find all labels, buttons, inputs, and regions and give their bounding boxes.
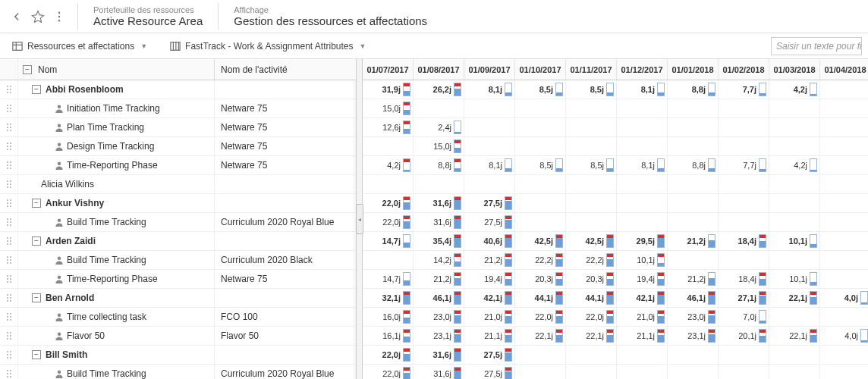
value-cell[interactable]: 22,0j <box>363 213 414 231</box>
value-cell[interactable]: 22,1j <box>769 327 820 345</box>
value-cell[interactable] <box>769 346 820 364</box>
row-drag-handle[interactable] <box>0 232 18 250</box>
column-header-date[interactable]: 01/09/2017 <box>464 59 515 80</box>
more-menu-button[interactable] <box>49 6 70 27</box>
value-cell[interactable] <box>668 251 719 269</box>
row-drag-handle[interactable] <box>0 99 18 117</box>
value-cell[interactable] <box>617 346 668 364</box>
value-cell[interactable] <box>719 175 769 193</box>
value-cell[interactable]: 8,5j <box>515 156 566 174</box>
name-cell[interactable]: Time collecting task <box>18 308 215 326</box>
value-cell[interactable]: 29,5j <box>617 232 668 250</box>
activity-cell[interactable]: Netware 75 <box>215 156 356 174</box>
value-cell[interactable] <box>515 99 566 117</box>
value-cell[interactable] <box>769 99 820 117</box>
value-cell[interactable]: 23,1j <box>668 327 719 345</box>
name-cell[interactable]: Build Time Tracking <box>18 213 215 231</box>
value-cell[interactable] <box>769 251 820 269</box>
column-header-date[interactable]: 01/10/2017 <box>515 59 566 80</box>
activity-cell[interactable]: Netware 75 <box>215 137 356 155</box>
value-cell[interactable]: 21,0j <box>617 308 668 326</box>
name-cell[interactable]: −Ankur Vishny <box>18 194 215 212</box>
value-cell[interactable] <box>668 346 719 364</box>
value-cell[interactable] <box>617 137 668 155</box>
value-cell[interactable] <box>668 175 719 193</box>
value-cell[interactable]: 20,3j <box>515 270 566 288</box>
value-cell[interactable]: 31,6j <box>414 213 464 231</box>
value-cell[interactable] <box>363 137 414 155</box>
column-header-date[interactable]: 01/11/2017 <box>566 59 617 80</box>
value-cell[interactable]: 8,1j <box>617 156 668 174</box>
value-cell[interactable]: 46,1j <box>414 289 464 307</box>
value-cell[interactable]: 8,5j <box>566 156 617 174</box>
value-cell[interactable] <box>464 175 515 193</box>
value-cell[interactable]: 32,1j <box>363 289 414 307</box>
value-cell[interactable] <box>363 251 414 269</box>
value-cell[interactable] <box>515 365 566 379</box>
value-cell[interactable] <box>719 194 769 212</box>
value-cell[interactable] <box>566 137 617 155</box>
column-header-date[interactable]: 01/07/2017 <box>363 59 414 80</box>
value-cell[interactable] <box>668 365 719 379</box>
row-drag-handle[interactable] <box>0 194 18 212</box>
value-cell[interactable] <box>617 99 668 117</box>
value-cell[interactable] <box>464 118 515 136</box>
favorite-button[interactable] <box>27 6 49 27</box>
value-cell[interactable]: 8,1j <box>617 80 668 99</box>
value-cell[interactable]: 22,0j <box>515 308 566 326</box>
value-cell[interactable]: 10,1j <box>769 270 820 288</box>
value-cell[interactable]: 27,5j <box>464 365 515 379</box>
value-cell[interactable]: 42,1j <box>464 289 515 307</box>
name-cell[interactable]: Alicia Wilkins <box>18 175 215 193</box>
value-cell[interactable]: 8,8j <box>668 80 719 99</box>
value-cell[interactable] <box>820 80 868 99</box>
value-cell[interactable] <box>515 137 566 155</box>
value-cell[interactable] <box>515 213 566 231</box>
value-cell[interactable] <box>769 118 820 136</box>
value-cell[interactable]: 42,1j <box>617 289 668 307</box>
name-cell[interactable]: Design Time Tracking <box>18 137 215 155</box>
activity-cell[interactable]: FCO 100 <box>215 308 356 326</box>
value-cell[interactable]: 8,8j <box>414 156 464 174</box>
value-cell[interactable]: 21,1j <box>617 327 668 345</box>
value-cell[interactable]: 21,2j <box>464 251 515 269</box>
value-cell[interactable] <box>769 308 820 326</box>
value-cell[interactable] <box>617 365 668 379</box>
value-cell[interactable] <box>820 118 868 136</box>
activity-cell[interactable]: Netware 75 <box>215 270 356 288</box>
column-header-date[interactable]: 01/03/2018 <box>769 59 820 80</box>
expand-toggle-icon[interactable]: − <box>32 199 41 208</box>
column-header-date[interactable]: 01/04/2018 <box>820 59 868 80</box>
value-cell[interactable]: 23,0j <box>414 308 464 326</box>
value-cell[interactable] <box>820 137 868 155</box>
value-cell[interactable]: 31,9j <box>363 80 414 99</box>
row-drag-handle[interactable] <box>0 327 18 345</box>
value-cell[interactable]: 46,1j <box>668 289 719 307</box>
value-cell[interactable] <box>719 346 769 364</box>
value-cell[interactable]: 22,0j <box>566 308 617 326</box>
value-cell[interactable] <box>769 137 820 155</box>
row-drag-handle[interactable] <box>0 156 18 174</box>
value-cell[interactable]: 21,2j <box>668 270 719 288</box>
activity-cell[interactable]: Curriculum 2020 Royal Blue <box>215 365 356 379</box>
value-cell[interactable]: 31,6j <box>414 346 464 364</box>
value-cell[interactable]: 22,1j <box>515 327 566 345</box>
pane-splitter[interactable]: ◂ <box>357 59 363 379</box>
value-cell[interactable]: 15,0j <box>363 99 414 117</box>
breadcrumb-view[interactable]: Affichage Gestion des ressources et affe… <box>226 5 435 27</box>
value-cell[interactable] <box>820 194 868 212</box>
column-header-name[interactable]: − Nom <box>18 59 215 80</box>
value-cell[interactable] <box>668 99 719 117</box>
row-drag-handle[interactable] <box>0 289 18 307</box>
value-cell[interactable]: 7,7j <box>719 156 769 174</box>
back-button[interactable] <box>6 6 27 27</box>
value-cell[interactable]: 12,6j <box>363 118 414 136</box>
activity-cell[interactable] <box>215 289 356 307</box>
value-cell[interactable]: 10,1j <box>617 251 668 269</box>
column-header-date[interactable]: 01/12/2017 <box>617 59 668 80</box>
value-cell[interactable]: 8,5j <box>566 80 617 99</box>
value-cell[interactable]: 4,2j <box>363 156 414 174</box>
activity-cell[interactable]: Netware 75 <box>215 118 356 136</box>
value-cell[interactable] <box>617 175 668 193</box>
value-cell[interactable]: 22,1j <box>769 289 820 307</box>
